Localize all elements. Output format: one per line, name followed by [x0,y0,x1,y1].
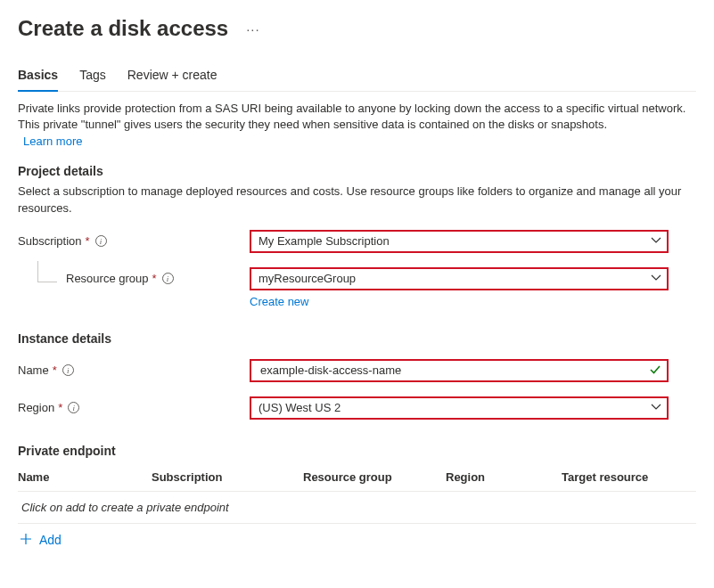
endpoint-table-header: Name Subscription Resource group Region … [18,463,696,492]
tab-review-create[interactable]: Review + create [127,61,217,91]
col-name: Name [18,470,152,484]
subscription-value: My Example Subscription [259,234,390,248]
region-label: Region [18,401,54,414]
resource-group-label: Resource group [66,272,149,285]
intro-text: Private links provide protection from a … [18,101,696,133]
subscription-select[interactable]: My Example Subscription [250,230,669,253]
region-value: (US) West US 2 [259,401,341,414]
endpoint-empty-row: Click on add to create a private endpoin… [18,492,696,524]
page-title: Create a disk access [18,16,228,41]
tab-tags[interactable]: Tags [79,61,106,91]
create-new-link[interactable]: Create new [250,295,308,308]
instance-details-heading: Instance details [18,331,696,346]
col-target-resource: Target resource [562,470,696,484]
region-select[interactable]: (US) West US 2 [250,396,669,420]
info-icon[interactable]: i [62,364,74,376]
plus-icon [20,533,32,548]
info-icon[interactable]: i [162,273,174,284]
resource-group-select[interactable]: myResourceGroup [250,267,669,290]
col-resource-group: Resource group [303,470,446,484]
required-marker: * [152,272,157,285]
required-marker: * [86,234,90,248]
subscription-label: Subscription [18,234,82,248]
add-endpoint-button[interactable]: Add [18,524,696,557]
project-details-heading: Project details [18,164,696,178]
required-marker: * [58,401,62,414]
learn-more-link[interactable]: Learn more [23,135,82,148]
private-endpoint-heading: Private endpoint [18,444,696,458]
tab-basics[interactable]: Basics [18,61,58,91]
project-details-desc: Select a subscription to manage deployed… [18,184,696,216]
name-input[interactable] [259,363,644,378]
name-label: Name [18,363,49,377]
tabs: Basics Tags Review + create [18,61,696,92]
name-input-wrapper [250,359,669,382]
info-icon[interactable]: i [68,402,79,413]
more-icon[interactable]: ··· [246,21,260,37]
chevron-down-icon [651,234,661,248]
info-icon[interactable]: i [95,235,107,247]
tree-line-icon [37,261,57,282]
col-subscription: Subscription [152,470,303,484]
resource-group-value: myResourceGroup [259,272,356,285]
check-icon [649,363,661,378]
chevron-down-icon [651,272,661,285]
col-region: Region [446,470,562,484]
required-marker: * [53,363,57,377]
chevron-down-icon [651,401,661,414]
add-label: Add [39,533,62,547]
